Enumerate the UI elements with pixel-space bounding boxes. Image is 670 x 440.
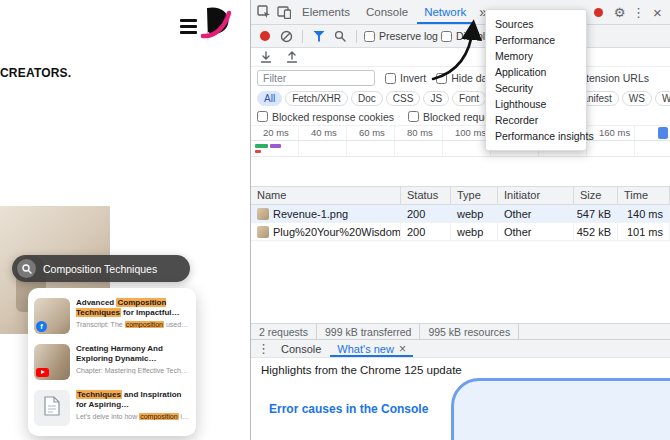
menu-item-memory[interactable]: Memory <box>486 48 586 64</box>
request-type: webp <box>451 223 498 241</box>
request-initiator: Other <box>498 205 574 223</box>
result-thumbnail <box>34 390 70 426</box>
error-causes-link[interactable]: Error causes in the Console <box>269 402 428 416</box>
devtools-kebab-menu-icon[interactable]: ⋮ <box>630 5 647 20</box>
highlight-match: Techniques <box>76 390 122 399</box>
timeline-tick: 20 ms <box>263 127 289 138</box>
error-indicator[interactable] <box>594 8 603 17</box>
preserve-log-checkbox-input[interactable] <box>364 31 375 42</box>
blocked-response-cookies-label: Blocked response cookies <box>272 111 394 123</box>
column-header-name[interactable]: Name <box>251 187 401 204</box>
transferred-size: 999 kB transferred <box>317 324 420 339</box>
drawer-tab-console[interactable]: Console <box>274 340 328 357</box>
menu-item-security[interactable]: Security <box>486 80 586 96</box>
chip-all[interactable]: All <box>257 91 282 106</box>
timeline-tick: 80 ms <box>407 127 433 138</box>
request-initiator: Other <box>498 223 574 241</box>
timeline-ruler[interactable]: 20 ms 40 ms 60 ms 80 ms 100 ms 120 ms 14… <box>251 126 670 141</box>
menu-item-performance[interactable]: Performance <box>486 32 586 48</box>
blocked-response-cookies-checkbox[interactable]: Blocked response cookies <box>257 111 394 123</box>
timeline-tick: 100 ms <box>455 127 486 138</box>
menu-item-recorder[interactable]: Recorder <box>486 112 586 128</box>
blocked-requests-input[interactable] <box>408 111 419 122</box>
column-header-status[interactable]: Status <box>401 187 451 204</box>
search-overlay[interactable]: Composition Techniques <box>12 255 190 282</box>
chip-wasm[interactable]: Wasm <box>655 91 670 106</box>
invert-checkbox[interactable]: Invert <box>385 72 426 84</box>
facebook-icon: f <box>36 321 47 332</box>
site-logo[interactable] <box>201 7 233 47</box>
search-icon <box>17 259 36 278</box>
tab-elements[interactable]: Elements <box>295 0 357 24</box>
close-whats-new-icon[interactable]: × <box>399 342 406 356</box>
column-header-size[interactable]: Size <box>574 187 618 204</box>
menu-item-sources[interactable]: Sources <box>486 16 586 32</box>
har-toolbar <box>251 48 670 67</box>
whats-new-label: What's new <box>337 343 394 355</box>
chip-css[interactable]: CSS <box>386 91 421 106</box>
network-filter-input[interactable] <box>257 70 375 86</box>
request-size: 547 kB <box>574 205 618 223</box>
subtitle-text: Let's delve into how <box>76 413 139 420</box>
invert-checkbox-input[interactable] <box>385 73 396 84</box>
preserve-log-checkbox[interactable]: Preserve log <box>364 30 438 42</box>
chip-js[interactable]: JS <box>423 91 449 106</box>
table-row[interactable]: Revenue-1.png 200 webp Other 547 kB 140 … <box>251 205 670 223</box>
chip-fetch-xhr[interactable]: Fetch/XHR <box>285 91 348 106</box>
timeline-zoom-handle[interactable] <box>658 127 668 139</box>
highlight-match: composition <box>139 413 178 420</box>
request-type-chips: All Fetch/XHR Doc CSS JS Font Img Media … <box>251 89 670 108</box>
request-name-cell: Revenue-1.png <box>251 205 401 223</box>
tab-console[interactable]: Console <box>359 0 415 24</box>
table-row[interactable]: Plug%20Your%20Wisdom-2... 200 webp Other… <box>251 223 670 241</box>
menu-item-lighthouse[interactable]: Lighthouse <box>486 96 586 112</box>
devtools-panel: Elements Console Network » ⚙ ⋮ × Preserv… <box>250 0 670 440</box>
image-file-icon <box>257 208 269 220</box>
search-result-item[interactable]: Creating Harmony And Exploring Dynamic C… <box>28 339 196 385</box>
whats-new-panel: Highlights from the Chrome 125 update Er… <box>251 358 670 440</box>
column-header-time[interactable]: Time <box>618 187 670 204</box>
overview-bar-purple <box>270 144 281 148</box>
column-header-initiator[interactable]: Initiator <box>498 187 574 204</box>
record-network-log-button[interactable] <box>260 31 270 41</box>
import-har-icon[interactable] <box>257 49 275 65</box>
tab-network[interactable]: Network <box>417 0 473 24</box>
search-result-item[interactable]: Techniques and Inspiration for Aspiring … <box>28 385 196 431</box>
drawer-kebab-menu-icon[interactable]: ⋮ <box>255 341 272 356</box>
clear-network-log-icon[interactable] <box>277 28 295 44</box>
requests-table-header: Name Status Type Initiator Size Time <box>251 186 670 205</box>
request-status: 200 <box>401 205 451 223</box>
disable-cache-checkbox-input[interactable] <box>441 31 452 42</box>
request-time: 101 ms <box>618 223 670 241</box>
youtube-icon <box>36 368 49 378</box>
request-name: Plug%20Your%20Wisdom-2... <box>273 223 401 241</box>
timeline-tick: 40 ms <box>311 127 337 138</box>
title-text: Advanced <box>76 298 116 307</box>
hamburger-menu-icon[interactable] <box>180 19 197 34</box>
export-har-icon[interactable] <box>283 49 301 65</box>
blocked-response-cookies-input[interactable] <box>257 111 268 122</box>
chip-ws[interactable]: WS <box>622 91 652 106</box>
menu-item-performance-insights[interactable]: Performance insights <box>486 128 586 144</box>
timeline-overview[interactable] <box>251 141 670 157</box>
device-toolbar-icon[interactable] <box>275 4 293 20</box>
network-search-icon[interactable] <box>331 28 349 44</box>
search-result-item[interactable]: f Advanced Composition Techniques for Im… <box>28 293 196 339</box>
column-header-type[interactable]: Type <box>451 187 498 204</box>
devtools-close-icon[interactable]: × <box>649 4 666 21</box>
inspect-element-icon[interactable] <box>255 4 273 20</box>
chip-doc[interactable]: Doc <box>351 91 383 106</box>
settings-gear-icon[interactable]: ⚙ <box>611 5 628 20</box>
chip-font[interactable]: Font <box>452 91 486 106</box>
hide-data-urls-checkbox-input[interactable] <box>436 73 447 84</box>
timeline-tick: 160 ms <box>599 127 630 138</box>
drawer-tab-whats-new[interactable]: What's new × <box>330 340 413 357</box>
request-status: 200 <box>401 223 451 241</box>
request-size: 452 kB <box>574 223 618 241</box>
waterfall-empty-area <box>251 157 670 186</box>
result-thumbnail: f <box>34 298 70 334</box>
search-results-card: f Advanced Composition Techniques for Im… <box>28 288 196 436</box>
filter-funnel-icon[interactable] <box>310 28 328 44</box>
result-thumbnail <box>34 344 70 380</box>
menu-item-application[interactable]: Application <box>486 64 586 80</box>
